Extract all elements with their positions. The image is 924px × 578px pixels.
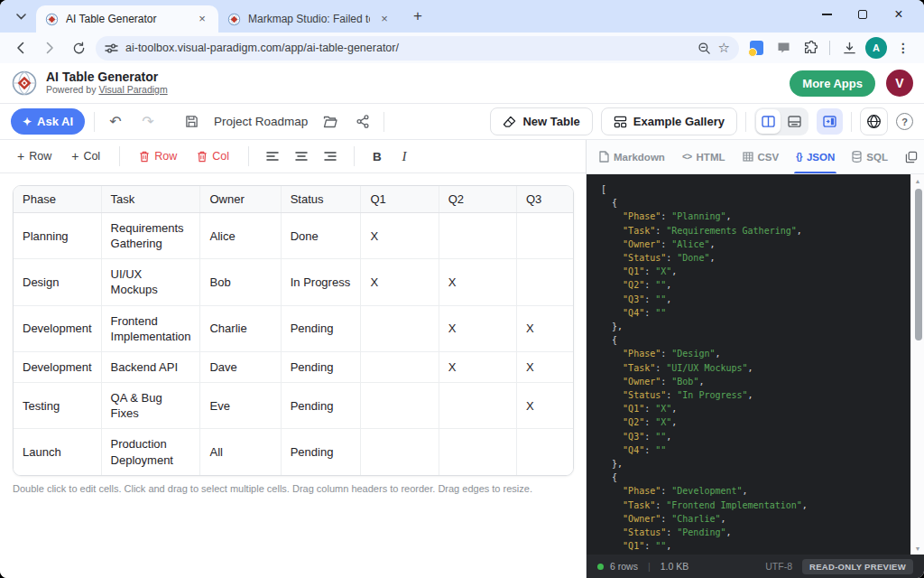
forward-button[interactable] bbox=[38, 36, 61, 60]
powered-by-link[interactable]: Visual Paradigm bbox=[98, 84, 167, 95]
language-globe-button[interactable] bbox=[860, 107, 888, 135]
table-cell[interactable] bbox=[361, 351, 439, 382]
profile-avatar[interactable]: A bbox=[864, 36, 888, 60]
table-cell[interactable]: Pending bbox=[281, 429, 361, 475]
table-cell[interactable]: X bbox=[516, 305, 573, 351]
scroll-down-icon[interactable]: ▼ bbox=[915, 542, 921, 555]
scrollbar-thumb[interactable] bbox=[915, 189, 922, 340]
table-cell[interactable]: All bbox=[200, 429, 281, 475]
help-button[interactable]: ? bbox=[896, 113, 913, 130]
layout-split-vertical-button[interactable] bbox=[756, 109, 781, 134]
reload-button[interactable] bbox=[67, 36, 90, 60]
url-text[interactable]: ai-toolbox.visual-paradigm.com/app/ai-ta… bbox=[125, 42, 690, 54]
table-cell[interactable]: Testing bbox=[14, 383, 101, 429]
tab-csv[interactable]: CSV bbox=[743, 140, 780, 173]
table-cell[interactable]: Pending bbox=[281, 305, 361, 351]
document-title[interactable]: Project Roadmap bbox=[214, 115, 308, 128]
table-cell[interactable] bbox=[361, 305, 439, 351]
table-cell[interactable] bbox=[439, 383, 516, 429]
example-gallery-button[interactable]: Example Gallery bbox=[601, 107, 737, 135]
code-editor[interactable]: [ { "Phase": "Planning", "Task": "Requir… bbox=[587, 174, 924, 555]
site-info-icon[interactable] bbox=[105, 42, 118, 54]
add-col-button[interactable]: +Col bbox=[63, 144, 108, 168]
tab-search-button[interactable] bbox=[9, 5, 32, 28]
table-cell[interactable]: Charlie bbox=[200, 305, 281, 351]
table-cell[interactable]: In Progress bbox=[281, 259, 361, 305]
annotation-icon[interactable] bbox=[772, 36, 795, 60]
table-cell[interactable]: X bbox=[361, 213, 439, 259]
table-cell[interactable]: X bbox=[361, 259, 439, 305]
table-cell[interactable]: Development bbox=[14, 351, 101, 382]
window-close-button[interactable]: × bbox=[881, 0, 917, 29]
table-cell[interactable]: Design bbox=[14, 259, 101, 305]
table-cell[interactable]: Alice bbox=[200, 213, 281, 259]
browser-menu-icon[interactable]: ⋮ bbox=[892, 36, 915, 60]
browser-tab-inactive[interactable]: Markmap Studio: Failed to oper × bbox=[218, 5, 401, 33]
table-cell[interactable]: X bbox=[439, 259, 516, 305]
new-tab-button[interactable]: + bbox=[406, 5, 430, 28]
table-cell[interactable] bbox=[361, 429, 439, 475]
tab-markdown[interactable]: Markdown bbox=[599, 140, 665, 173]
more-apps-button[interactable]: More Apps bbox=[790, 70, 875, 97]
table-cell[interactable]: Planning bbox=[14, 213, 101, 259]
table-cell[interactable]: X bbox=[439, 351, 516, 382]
table-cell[interactable]: Requirements Gathering bbox=[101, 213, 200, 259]
extensions-puzzle-icon[interactable] bbox=[799, 36, 822, 60]
column-header[interactable]: Phase bbox=[14, 186, 101, 213]
table-cell[interactable] bbox=[516, 213, 573, 259]
table-cell[interactable]: Bob bbox=[200, 259, 281, 305]
open-folder-button[interactable] bbox=[319, 110, 342, 134]
table-cell[interactable]: Production Deployment bbox=[101, 429, 200, 475]
window-minimize-button[interactable] bbox=[808, 0, 845, 29]
column-header[interactable]: Q1 bbox=[361, 186, 439, 213]
table-cell[interactable]: Eve bbox=[200, 383, 281, 429]
table-cell[interactable]: Pending bbox=[281, 351, 361, 382]
column-header[interactable]: Q3 bbox=[516, 186, 573, 213]
browser-tab-active[interactable]: AI Table Generator × bbox=[36, 5, 218, 33]
share-button[interactable] bbox=[351, 110, 374, 134]
table-cell[interactable] bbox=[439, 429, 516, 475]
table-cell[interactable]: Development bbox=[14, 305, 101, 351]
table-cell[interactable]: X bbox=[516, 383, 573, 429]
align-right-button[interactable] bbox=[318, 144, 343, 168]
delete-row-button[interactable]: Row bbox=[131, 145, 185, 167]
new-table-button[interactable]: New Table bbox=[490, 107, 592, 135]
tab-close-icon[interactable]: × bbox=[377, 12, 392, 26]
table-cell[interactable]: Dave bbox=[200, 351, 281, 382]
column-header[interactable]: Owner bbox=[200, 186, 281, 213]
toggle-side-panel-button[interactable] bbox=[817, 108, 843, 135]
column-header[interactable]: Task bbox=[101, 186, 200, 213]
table-cell[interactable]: Backend API bbox=[101, 351, 200, 382]
tab-close-icon[interactable]: × bbox=[195, 12, 209, 26]
bold-button[interactable]: B bbox=[365, 144, 389, 168]
tab-html[interactable]: <> HTML bbox=[682, 140, 725, 173]
back-button[interactable] bbox=[9, 36, 32, 60]
user-avatar[interactable]: V bbox=[886, 70, 913, 97]
tab-sql[interactable]: SQL bbox=[852, 140, 888, 173]
table-cell[interactable]: Frontend Implementation bbox=[101, 305, 200, 351]
save-button[interactable] bbox=[180, 110, 203, 134]
table-cell[interactable] bbox=[516, 259, 573, 305]
table-cell[interactable] bbox=[361, 383, 439, 429]
zoom-icon[interactable] bbox=[698, 42, 711, 55]
table-cell[interactable]: UI/UX Mockups bbox=[101, 259, 200, 305]
undo-button[interactable]: ↶ bbox=[104, 110, 127, 134]
column-header[interactable]: Status bbox=[281, 186, 361, 213]
table-cell[interactable]: Pending bbox=[281, 383, 361, 429]
copy-icon[interactable] bbox=[905, 151, 918, 163]
table-cell[interactable]: Done bbox=[281, 213, 361, 259]
window-maximize-button[interactable] bbox=[845, 0, 881, 29]
bookmark-star-icon[interactable]: ☆ bbox=[718, 40, 730, 56]
scroll-up-icon[interactable]: ▲ bbox=[915, 174, 921, 187]
table-cell[interactable]: Launch bbox=[14, 429, 101, 475]
italic-button[interactable]: I bbox=[393, 144, 416, 168]
table-cell[interactable]: X bbox=[516, 351, 573, 382]
table-cell[interactable] bbox=[439, 213, 516, 259]
layout-split-horizontal-button[interactable] bbox=[782, 109, 807, 134]
align-left-button[interactable] bbox=[260, 144, 285, 168]
table-cell[interactable]: QA & Bug Fixes bbox=[101, 383, 200, 429]
align-center-button[interactable] bbox=[289, 144, 314, 168]
tab-json[interactable]: {} JSON bbox=[796, 140, 835, 173]
table-cell[interactable]: X bbox=[439, 305, 516, 351]
scrollbar[interactable]: ▲ ▼ bbox=[910, 174, 924, 555]
